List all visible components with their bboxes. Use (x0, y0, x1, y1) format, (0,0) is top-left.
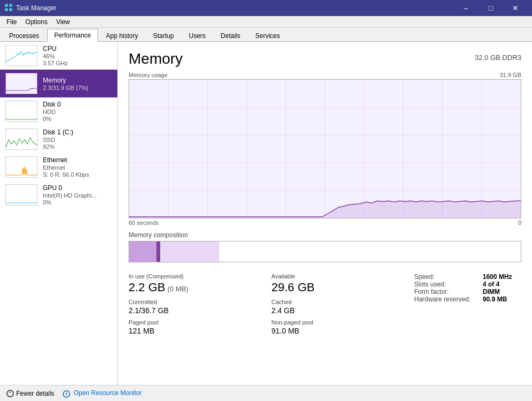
tab-performance[interactable]: Performance (47, 29, 98, 42)
disk1-name: Disk 1 (C:) (43, 128, 112, 136)
cpu-thumbnail (5, 45, 38, 66)
svg-rect-7 (6, 129, 37, 149)
disk1-info: Disk 1 (C:) SSD 92% (43, 128, 112, 150)
menu-view[interactable]: View (52, 17, 74, 27)
window-controls: – □ ✕ (454, 0, 528, 16)
composition-label: Memory composition (129, 231, 521, 239)
content-area: Memory 32.0 GB DDR3 Memory usage 31.9 GB (118, 42, 532, 385)
open-resource-monitor[interactable]: Open Resource Monitor (63, 389, 141, 397)
tabbar: Processes Performance App history Startu… (0, 28, 532, 42)
memory-thumbnail (5, 73, 38, 94)
ethernet-name: Ethernet (43, 156, 112, 164)
memory-info: Memory 2.3/31.9 GB (7%) (43, 77, 112, 91)
available-value: 29.6 GB (272, 281, 404, 294)
committed-label: Committed (129, 299, 261, 305)
slots-val: 4 of 4 (483, 281, 499, 288)
menu-file[interactable]: File (2, 17, 21, 27)
window-title: Task Manager (16, 4, 454, 12)
tab-services[interactable]: Services (249, 29, 287, 42)
gpu0-sub1: Intel(R) HD Graphi... (43, 192, 112, 199)
minimize-button[interactable]: – (454, 0, 478, 16)
stats-left: In use (Compressed) 2.2 GB (0 MB) Availa… (129, 271, 403, 337)
stat-in-use: In use (Compressed) 2.2 GB (0 MB) (129, 271, 261, 297)
svg-rect-8 (6, 157, 37, 177)
disk1-sub1: SSD (43, 137, 112, 143)
svg-rect-3 (9, 8, 12, 11)
speed-val: 1600 MHz (483, 273, 512, 281)
stats-right: Speed: 1600 MHz Slots used: 4 of 4 Form … (414, 271, 521, 337)
app-icon (4, 3, 13, 13)
cpu-sub1: 46% (43, 53, 112, 59)
cpu-sub2: 3.57 GHz (43, 60, 112, 66)
time-end: 0 (518, 220, 521, 226)
form-val: DIMM (483, 288, 500, 296)
stat-row-hw-reserved: Hardware reserved: 90.9 MB (414, 296, 521, 303)
fewer-details-button[interactable]: ⌃ Fewer details (6, 390, 54, 397)
composition-bar (129, 241, 521, 262)
stat-row-speed: Speed: 1600 MHz (414, 273, 521, 281)
sidebar: CPU 46% 3.57 GHz Memory 2.3/31.9 GB (7%) (0, 42, 118, 385)
svg-point-26 (66, 395, 68, 396)
tab-users[interactable]: Users (182, 29, 212, 42)
disk1-sub2: 92% (43, 143, 112, 150)
usage-label: Memory usage (129, 72, 168, 78)
nonpaged-label: Non-paged pool (272, 319, 404, 326)
stat-nonpaged: Non-paged pool 91.0 MB (272, 317, 404, 337)
tab-app-history[interactable]: App history (99, 29, 145, 42)
disk0-name: Disk 0 (43, 101, 112, 108)
menu-options[interactable]: Options (21, 17, 51, 27)
fewer-details-icon: ⌃ (6, 390, 14, 397)
memory-name: Memory (43, 77, 112, 84)
available-label: Available (272, 273, 404, 279)
disk0-info: Disk 0 HDD 0% (43, 101, 112, 122)
ethernet-sub2: S: 0 R: 56.0 Kbps (43, 171, 112, 178)
main-area: CPU 46% 3.57 GHz Memory 2.3/31.9 GB (7%) (0, 42, 532, 385)
ethernet-sub1: Ethernet (43, 164, 112, 171)
stat-available: Available 29.6 GB (272, 271, 404, 297)
sidebar-item-disk1[interactable]: Disk 1 (C:) SSD 92% (0, 125, 117, 153)
max-label: 31.9 GB (500, 72, 521, 78)
memory-type: 32.0 GB DDR3 (475, 54, 521, 62)
cpu-name: CPU (43, 45, 112, 52)
in-use-value: 2.2 GB (129, 281, 165, 294)
comp-standby (160, 241, 219, 262)
tab-details[interactable]: Details (214, 29, 248, 42)
comp-in-use (129, 241, 156, 262)
resource-monitor-label[interactable]: Open Resource Monitor (73, 389, 141, 397)
cpu-info: CPU 46% 3.57 GHz (43, 45, 112, 66)
memory-sub1: 2.3/31.9 GB (7%) (43, 85, 112, 91)
disk0-sub1: HDD (43, 109, 112, 115)
in-use-label: In use (Compressed) (129, 273, 261, 279)
maximize-button[interactable]: □ (478, 0, 503, 16)
sidebar-item-memory[interactable]: Memory 2.3/31.9 GB (7%) (0, 70, 117, 97)
ethernet-info: Ethernet Ethernet S: 0 R: 56.0 Kbps (43, 156, 112, 178)
fewer-details-label: Fewer details (16, 390, 54, 397)
close-button[interactable]: ✕ (503, 0, 528, 16)
ethernet-thumbnail (5, 156, 38, 178)
speed-key: Speed: (414, 273, 478, 281)
sidebar-item-gpu0[interactable]: GPU 0 Intel(R) HD Graphi... 0% (0, 181, 117, 209)
paged-label: Paged pool (129, 319, 261, 326)
time-start: 60 seconds (129, 220, 159, 226)
memory-chart-container: Memory usage 31.9 GB (129, 72, 521, 226)
page-title: Memory (129, 50, 183, 67)
bottombar: ⌃ Fewer details Open Resource Monitor (0, 385, 532, 401)
tab-processes[interactable]: Processes (2, 29, 46, 42)
sidebar-item-disk0[interactable]: Disk 0 HDD 0% (0, 97, 117, 125)
memory-chart (129, 79, 521, 218)
sidebar-item-ethernet[interactable]: Ethernet Ethernet S: 0 R: 56.0 Kbps (0, 153, 117, 181)
tab-startup[interactable]: Startup (146, 29, 181, 42)
paged-value: 121 MB (129, 327, 261, 335)
svg-rect-0 (5, 4, 8, 7)
svg-rect-1 (9, 4, 12, 7)
disk0-thumbnail (5, 101, 38, 122)
stat-paged: Paged pool 121 MB (129, 317, 261, 337)
chart-labels: Memory usage 31.9 GB (129, 72, 521, 78)
gpu0-sub2: 0% (43, 199, 112, 206)
svg-rect-4 (6, 46, 37, 66)
chart-time-row: 60 seconds 0 (129, 220, 521, 226)
disk0-sub2: 0% (43, 116, 112, 122)
hw-reserved-val: 90.9 MB (483, 296, 507, 303)
gpu0-info: GPU 0 Intel(R) HD Graphi... 0% (43, 184, 112, 206)
sidebar-item-cpu[interactable]: CPU 46% 3.57 GHz (0, 42, 117, 70)
